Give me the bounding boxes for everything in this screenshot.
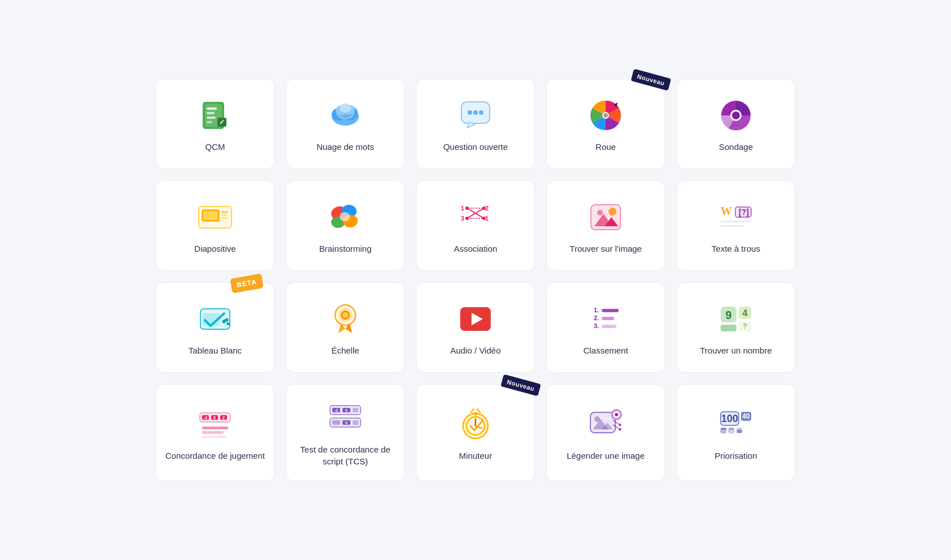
trouver-image-label: Trouver sur l'image (569, 243, 641, 255)
svg-rect-115 (353, 420, 358, 425)
svg-point-76 (342, 312, 348, 318)
svg-point-42 (340, 212, 350, 221)
svg-text:3: 3 (461, 215, 464, 222)
card-question[interactable]: Question ouverte (416, 79, 535, 169)
svg-point-136 (618, 428, 622, 431)
roue-icon (588, 98, 623, 133)
concordance-icon: -2 0 2 (198, 407, 233, 442)
card-minuteur[interactable]: Nouveau Minuteur (416, 384, 535, 481)
svg-text:W: W (721, 205, 732, 217)
svg-text:2.: 2. (594, 315, 599, 321)
tableau-blanc-badge: BETA (230, 273, 263, 293)
concordance-label: Concordance de jugement (165, 450, 265, 462)
card-priorisation[interactable]: 100 30 30 30 40 Priorisation (676, 384, 795, 481)
svg-point-54 (482, 217, 486, 220)
card-trouver-nombre[interactable]: 9 4 ? Trouver un nombre (676, 282, 795, 373)
minuteur-badge: Nouveau (500, 374, 541, 397)
texte-trous-label: Texte à trous (712, 243, 760, 255)
svg-point-132 (615, 413, 618, 416)
svg-line-124 (477, 409, 480, 412)
svg-rect-3 (207, 112, 215, 114)
svg-rect-84 (602, 325, 616, 328)
svg-rect-35 (221, 211, 228, 213)
minuteur-label: Minuteur (459, 450, 492, 462)
card-association[interactable]: 1 3 2 1 Association (416, 180, 535, 271)
minuteur-icon (458, 407, 493, 442)
svg-rect-91 (721, 325, 736, 331)
svg-rect-64 (721, 221, 751, 222)
svg-point-135 (618, 423, 622, 427)
nuage-icon (328, 98, 363, 133)
tableau-blanc-label: Tableau Blanc (189, 344, 242, 356)
card-trouver-image[interactable]: Trouver sur l'image (546, 180, 665, 271)
svg-text:0: 0 (345, 421, 348, 425)
card-legendes[interactable]: Légender une image (546, 384, 665, 481)
question-label: Question ouverte (443, 141, 508, 153)
svg-text:2: 2 (222, 415, 225, 420)
tcs-icon: -2 0 0 (328, 400, 363, 436)
svg-text:[?]: [?] (739, 208, 749, 217)
nuage-label: Nuage de mots (316, 141, 374, 153)
svg-text:9: 9 (725, 309, 731, 321)
card-classement[interactable]: 1. 2. 3. Classement (546, 282, 665, 373)
brainstorming-label: Brainstorming (319, 243, 372, 255)
svg-point-25 (603, 113, 608, 118)
svg-text:1.: 1. (594, 307, 599, 313)
card-tableau-blanc[interactable]: BETA Tableau Blanc (156, 282, 275, 373)
svg-rect-100 (202, 427, 228, 429)
svg-point-53 (482, 206, 486, 210)
card-brainstorming[interactable]: Brainstorming (286, 180, 405, 271)
cards-grid: ✓ QCM Nuage de mots (156, 79, 795, 481)
svg-text:1: 1 (461, 205, 464, 212)
svg-text:4: 4 (743, 308, 748, 318)
svg-point-52 (465, 217, 469, 220)
svg-text:100: 100 (721, 413, 738, 424)
card-texte-trous[interactable]: W [?] Texte à trous (676, 180, 795, 271)
card-sondage[interactable]: Sondage (676, 79, 795, 169)
svg-point-18 (468, 110, 472, 115)
svg-rect-4 (207, 117, 216, 119)
card-echelle[interactable]: Échelle (286, 282, 405, 373)
diapositive-label: Diapositive (194, 243, 235, 255)
card-tcs[interactable]: -2 0 0 Test de concordance de script (TC… (286, 384, 405, 481)
echelle-icon (328, 301, 363, 337)
svg-rect-112 (332, 420, 340, 425)
svg-rect-5 (207, 121, 212, 123)
priorisation-label: Priorisation (714, 450, 757, 462)
svg-rect-102 (202, 436, 226, 438)
svg-text:40: 40 (742, 412, 750, 420)
svg-rect-37 (221, 217, 228, 219)
svg-point-19 (473, 110, 478, 115)
card-concordance[interactable]: -2 0 2 Concordance de jugement (156, 384, 275, 481)
card-audio-video[interactable]: Audio / Vidéo (416, 282, 535, 373)
svg-point-20 (479, 110, 483, 115)
classement-icon: 1. 2. 3. (588, 301, 623, 337)
svg-rect-33 (203, 211, 218, 220)
card-nuage[interactable]: Nuage de mots (286, 79, 405, 169)
question-icon (458, 98, 493, 133)
audio-video-label: Audio / Vidéo (451, 344, 501, 356)
tcs-label: Test de concordance de script (TCS) (295, 443, 395, 467)
trouver-image-icon (588, 200, 623, 235)
svg-text:30: 30 (737, 429, 742, 434)
diapositive-icon (198, 200, 233, 235)
classement-label: Classement (583, 344, 628, 356)
card-diapositive[interactable]: Diapositive (156, 180, 275, 271)
svg-text:-2: -2 (335, 408, 338, 412)
svg-rect-36 (221, 214, 227, 216)
svg-rect-80 (602, 309, 619, 312)
priorisation-icon: 100 30 30 30 40 (718, 407, 753, 442)
svg-text:3.: 3. (594, 322, 599, 329)
svg-text:?: ? (743, 322, 747, 330)
roue-label: Roue (596, 141, 616, 153)
card-qcm[interactable]: ✓ QCM (156, 79, 275, 169)
roue-badge: Nouveau (631, 69, 671, 91)
svg-rect-101 (202, 431, 224, 434)
sondage-icon (718, 98, 753, 133)
svg-rect-109 (353, 408, 358, 412)
svg-line-123 (471, 409, 474, 412)
association-icon: 1 3 2 1 (458, 200, 493, 235)
svg-rect-122 (473, 412, 478, 415)
svg-point-51 (465, 206, 469, 210)
card-roue[interactable]: Nouveau Roue (546, 79, 665, 169)
